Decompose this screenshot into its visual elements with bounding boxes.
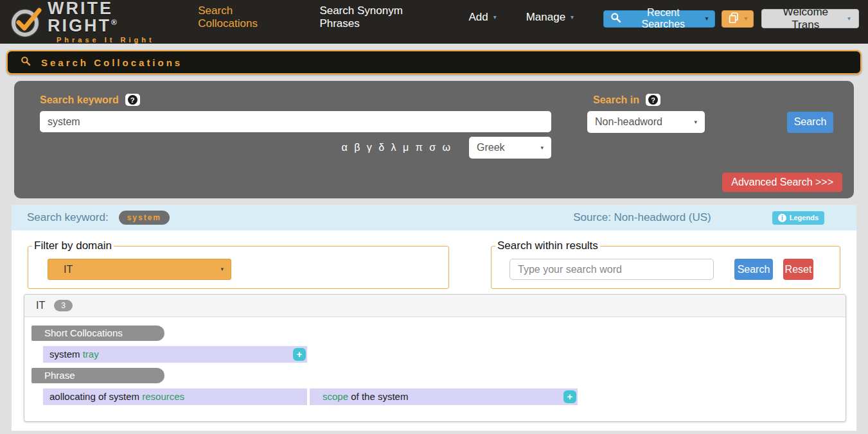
within-input[interactable]	[509, 259, 714, 280]
search-within-legend: Search within results	[495, 239, 600, 252]
navbar: WRITE RIGHT® Phrase It Right Search Coll…	[0, 0, 868, 44]
nav-links: Search Collocations Search Synonym Phras…	[198, 4, 603, 30]
help-icon[interactable]: ?	[646, 94, 660, 106]
chevron-down-icon: ▾	[540, 145, 544, 151]
search-keyword-label: Search keyword	[40, 94, 119, 106]
question-mark-icon: ?	[128, 95, 137, 105]
plus-button[interactable]: +	[563, 390, 576, 403]
result-info-bar: Search keyword: system Source: Non-headw…	[12, 205, 856, 230]
greek-letters[interactable]: α β γ δ λ μ π σ ω	[341, 142, 452, 153]
info-icon: i	[778, 214, 786, 222]
clipboard-button[interactable]: ▾	[722, 10, 753, 28]
collocation-text: system	[49, 349, 83, 360]
section-pill-short-collocations: Short Collocations	[31, 326, 164, 341]
keyword-badge: system	[119, 211, 170, 225]
help-icon[interactable]: ?	[125, 94, 140, 106]
search-in-select-value: Non-headword	[595, 116, 662, 128]
search-button[interactable]: Search	[787, 112, 833, 133]
legends-button[interactable]: i Legends	[772, 211, 824, 225]
collocation-text: aollocating of system	[49, 391, 142, 402]
group-count-badge: 3	[54, 300, 73, 311]
page-title-bar: Search Collocations	[6, 50, 862, 74]
user-menu-button[interactable]: Welcome Trans ▾	[761, 9, 859, 28]
nav-item-manage-label: Manage	[526, 11, 565, 24]
plus-button[interactable]: +	[293, 348, 306, 361]
content-area: Search keyword: system Source: Non-headw…	[12, 205, 856, 431]
charset-select-value: Greek	[477, 142, 505, 153]
search-in-label: Search in	[593, 94, 639, 106]
chevron-down-icon: ▾	[744, 15, 747, 22]
source-text: Source: Non-headword (US)	[573, 211, 711, 224]
charset-select[interactable]: Greek ▾	[469, 137, 551, 159]
search-form-panel: Search keyword ? α β γ δ λ μ π σ ω Greek…	[14, 81, 854, 198]
within-search-button[interactable]: Search	[734, 259, 773, 280]
keyword-input[interactable]	[40, 111, 551, 132]
recent-searches-label: Recent Searches	[626, 7, 700, 30]
user-menu-label: Welcome Trans	[770, 6, 842, 31]
nav-right: Recent Searches ▾ ▾ Welcome Trans ▾	[603, 9, 859, 28]
chevron-down-icon: ▾	[705, 15, 708, 22]
chevron-down-icon: ▾	[694, 119, 697, 125]
advanced-search-button[interactable]: Advanced Search >>>	[722, 173, 842, 192]
brand-tagline: Phrase It Right	[57, 36, 184, 44]
collocation-item[interactable]: scope of the system +	[310, 388, 578, 405]
search-in-select[interactable]: Non-headword ▾	[587, 111, 705, 133]
chevron-down-icon: ▾	[493, 14, 497, 21]
results-panel: IT 3 Short Collocations system tray + Ph…	[24, 294, 846, 422]
section-pill-phrase: Phrase	[31, 368, 164, 383]
page-title: Search Collocations	[41, 57, 182, 68]
collocation-highlight: resources	[142, 391, 184, 402]
group-label: IT	[36, 300, 45, 311]
chevron-down-icon: ▾	[847, 15, 851, 22]
domain-select[interactable]: IT ▾	[48, 259, 231, 280]
search-icon	[610, 12, 621, 26]
results-group-header[interactable]: IT 3	[24, 295, 846, 317]
nav-item-add[interactable]: Add▾	[468, 11, 496, 24]
domain-select-value: IT	[64, 264, 73, 275]
brand-logo[interactable]: WRITE RIGHT® Phrase It Right	[9, 0, 184, 44]
brand-check-icon	[9, 4, 44, 39]
nav-item-search-collocations[interactable]: Search Collocations	[198, 4, 290, 30]
nav-item-manage[interactable]: Manage▾	[526, 11, 574, 24]
search-within-fieldset: Search within results Search Reset	[491, 239, 840, 289]
search-icon	[21, 56, 31, 69]
brand-reg-mark: ®	[111, 18, 117, 27]
filter-domain-legend: Filter by domain	[32, 239, 114, 252]
chevron-down-icon: ▾	[220, 266, 224, 272]
nav-item-search-synonym-phrases[interactable]: Search Synonym Phrases	[319, 4, 439, 30]
collocation-text: of the system	[351, 391, 408, 402]
reset-button[interactable]: Reset	[783, 259, 813, 280]
filter-domain-fieldset: Filter by domain IT ▾	[28, 239, 449, 289]
brand-title: WRITE RIGHT®	[48, 0, 184, 35]
collocation-highlight: tray	[83, 349, 99, 360]
collocation-highlight: scope	[323, 391, 351, 402]
question-mark-icon: ?	[648, 95, 658, 105]
recent-searches-button[interactable]: Recent Searches ▾	[603, 10, 715, 28]
chevron-down-icon: ▾	[571, 14, 574, 21]
legends-label: Legends	[790, 214, 819, 221]
collocation-item[interactable]: aollocating of system resources	[43, 388, 307, 405]
collocation-item[interactable]: system tray +	[43, 346, 307, 363]
copy-icon	[727, 12, 740, 26]
info-keyword-label: Search keyword:	[27, 211, 109, 224]
nav-item-add-label: Add	[468, 11, 488, 24]
